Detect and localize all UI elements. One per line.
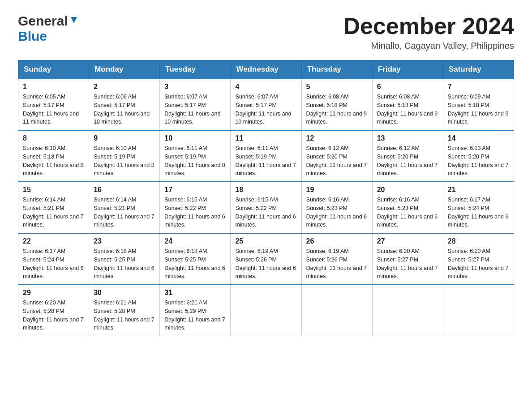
day-info: Sunrise: 6:21 AMSunset: 5:29 PMDaylight:… xyxy=(164,300,225,331)
day-number: 22 xyxy=(23,237,84,245)
location-subtitle: Minallo, Cagayan Valley, Philippines xyxy=(343,41,514,51)
calendar-cell: 19 Sunrise: 6:16 AMSunset: 5:23 PMDaylig… xyxy=(301,182,372,233)
page-header: General Blue December 2024 Minallo, Caga… xyxy=(18,13,514,51)
day-info: Sunrise: 6:11 AMSunset: 5:19 PMDaylight:… xyxy=(164,145,225,176)
day-info: Sunrise: 6:11 AMSunset: 5:19 PMDaylight:… xyxy=(235,145,296,176)
calendar-cell: 11 Sunrise: 6:11 AMSunset: 5:19 PMDaylig… xyxy=(231,130,301,182)
calendar-cell: 20 Sunrise: 6:16 AMSunset: 5:23 PMDaylig… xyxy=(372,182,443,233)
day-info: Sunrise: 6:15 AMSunset: 5:22 PMDaylight:… xyxy=(164,197,225,228)
calendar-cell: 1 Sunrise: 6:05 AMSunset: 5:17 PMDayligh… xyxy=(18,79,89,130)
day-info: Sunrise: 6:14 AMSunset: 5:21 PMDaylight:… xyxy=(23,197,84,228)
calendar-cell: 18 Sunrise: 6:15 AMSunset: 5:22 PMDaylig… xyxy=(231,182,301,233)
day-info: Sunrise: 6:18 AMSunset: 5:25 PMDaylight:… xyxy=(164,248,225,279)
day-number: 20 xyxy=(377,186,438,194)
day-number: 4 xyxy=(235,83,296,91)
weekday-header-wednesday: Wednesday xyxy=(231,60,301,79)
day-number: 21 xyxy=(448,186,509,194)
day-info: Sunrise: 6:16 AMSunset: 5:23 PMDaylight:… xyxy=(377,197,438,228)
day-number: 3 xyxy=(164,83,226,91)
weekday-header-saturday: Saturday xyxy=(443,60,514,79)
logo: General Blue xyxy=(18,13,79,44)
day-number: 2 xyxy=(94,83,155,91)
day-number: 16 xyxy=(94,186,155,194)
title-area: December 2024 Minallo, Cagayan Valley, P… xyxy=(343,13,514,51)
calendar-cell: 9 Sunrise: 6:10 AMSunset: 5:19 PMDayligh… xyxy=(89,130,160,182)
day-number: 26 xyxy=(306,237,368,245)
svg-marker-0 xyxy=(71,17,77,23)
day-number: 18 xyxy=(235,186,296,194)
day-info: Sunrise: 6:07 AMSunset: 5:17 PMDaylight:… xyxy=(235,94,291,125)
day-number: 25 xyxy=(235,237,296,245)
logo-blue-text: Blue xyxy=(18,29,47,43)
day-number: 10 xyxy=(164,134,226,142)
calendar-cell: 13 Sunrise: 6:12 AMSunset: 5:20 PMDaylig… xyxy=(372,130,443,182)
day-info: Sunrise: 6:15 AMSunset: 5:22 PMDaylight:… xyxy=(235,197,296,228)
day-number: 23 xyxy=(94,237,155,245)
calendar-cell: 8 Sunrise: 6:10 AMSunset: 5:18 PMDayligh… xyxy=(18,130,89,182)
day-number: 28 xyxy=(448,237,509,245)
calendar-cell: 23 Sunrise: 6:18 AMSunset: 5:25 PMDaylig… xyxy=(89,233,160,285)
calendar-cell: 5 Sunrise: 6:08 AMSunset: 5:18 PMDayligh… xyxy=(301,79,372,130)
calendar-cell: 7 Sunrise: 6:09 AMSunset: 5:18 PMDayligh… xyxy=(443,79,514,130)
logo-general-text: General xyxy=(18,13,68,29)
day-number: 15 xyxy=(23,186,84,194)
day-number: 8 xyxy=(23,134,84,142)
calendar-cell: 4 Sunrise: 6:07 AMSunset: 5:17 PMDayligh… xyxy=(231,79,301,130)
day-number: 11 xyxy=(235,134,296,142)
day-info: Sunrise: 6:17 AMSunset: 5:24 PMDaylight:… xyxy=(23,248,84,279)
day-info: Sunrise: 6:08 AMSunset: 5:18 PMDaylight:… xyxy=(377,94,438,125)
day-number: 17 xyxy=(164,186,226,194)
calendar-week-row-5: 29 Sunrise: 6:20 AMSunset: 5:28 PMDaylig… xyxy=(18,285,514,336)
day-number: 12 xyxy=(306,134,368,142)
calendar-cell: 27 Sunrise: 6:20 AMSunset: 5:27 PMDaylig… xyxy=(372,233,443,285)
calendar-cell: 29 Sunrise: 6:20 AMSunset: 5:28 PMDaylig… xyxy=(18,285,89,336)
day-info: Sunrise: 6:08 AMSunset: 5:18 PMDaylight:… xyxy=(306,94,367,125)
day-info: Sunrise: 6:13 AMSunset: 5:20 PMDaylight:… xyxy=(448,145,509,176)
weekday-header-row: SundayMondayTuesdayWednesdayThursdayFrid… xyxy=(18,60,514,79)
calendar-cell: 15 Sunrise: 6:14 AMSunset: 5:21 PMDaylig… xyxy=(18,182,89,233)
day-info: Sunrise: 6:10 AMSunset: 5:18 PMDaylight:… xyxy=(23,145,84,176)
day-info: Sunrise: 6:18 AMSunset: 5:25 PMDaylight:… xyxy=(94,248,154,279)
calendar-week-row-1: 1 Sunrise: 6:05 AMSunset: 5:17 PMDayligh… xyxy=(18,79,514,130)
calendar-cell xyxy=(372,285,443,336)
day-info: Sunrise: 6:05 AMSunset: 5:17 PMDaylight:… xyxy=(23,94,79,125)
calendar-cell: 12 Sunrise: 6:12 AMSunset: 5:20 PMDaylig… xyxy=(301,130,372,182)
logo-arrow-icon xyxy=(69,15,79,25)
day-info: Sunrise: 6:12 AMSunset: 5:20 PMDaylight:… xyxy=(306,145,367,176)
calendar-cell: 16 Sunrise: 6:14 AMSunset: 5:21 PMDaylig… xyxy=(89,182,160,233)
day-number: 29 xyxy=(23,289,84,297)
calendar-cell: 17 Sunrise: 6:15 AMSunset: 5:22 PMDaylig… xyxy=(160,182,231,233)
weekday-header-sunday: Sunday xyxy=(18,60,89,79)
day-number: 19 xyxy=(306,186,368,194)
day-info: Sunrise: 6:06 AMSunset: 5:17 PMDaylight:… xyxy=(94,94,150,125)
calendar-cell: 28 Sunrise: 6:20 AMSunset: 5:27 PMDaylig… xyxy=(443,233,514,285)
day-info: Sunrise: 6:20 AMSunset: 5:28 PMDaylight:… xyxy=(23,300,84,331)
day-info: Sunrise: 6:07 AMSunset: 5:17 PMDaylight:… xyxy=(164,94,220,125)
calendar-cell: 2 Sunrise: 6:06 AMSunset: 5:17 PMDayligh… xyxy=(89,79,160,130)
day-number: 1 xyxy=(23,83,84,91)
day-number: 7 xyxy=(448,83,509,91)
calendar-cell: 3 Sunrise: 6:07 AMSunset: 5:17 PMDayligh… xyxy=(160,79,231,130)
weekday-header-monday: Monday xyxy=(89,60,160,79)
logo-first-line: General xyxy=(18,13,79,29)
calendar-cell: 21 Sunrise: 6:17 AMSunset: 5:24 PMDaylig… xyxy=(443,182,514,233)
day-number: 6 xyxy=(377,83,438,91)
calendar-week-row-2: 8 Sunrise: 6:10 AMSunset: 5:18 PMDayligh… xyxy=(18,130,514,182)
calendar-cell xyxy=(231,285,301,336)
calendar-cell: 14 Sunrise: 6:13 AMSunset: 5:20 PMDaylig… xyxy=(443,130,514,182)
weekday-header-tuesday: Tuesday xyxy=(160,60,231,79)
day-info: Sunrise: 6:19 AMSunset: 5:26 PMDaylight:… xyxy=(235,248,296,279)
calendar-cell: 25 Sunrise: 6:19 AMSunset: 5:26 PMDaylig… xyxy=(231,233,301,285)
day-number: 24 xyxy=(164,237,226,245)
day-number: 30 xyxy=(94,289,155,297)
day-info: Sunrise: 6:20 AMSunset: 5:27 PMDaylight:… xyxy=(377,248,438,279)
calendar-cell: 24 Sunrise: 6:18 AMSunset: 5:25 PMDaylig… xyxy=(160,233,231,285)
day-number: 27 xyxy=(377,237,438,245)
month-title: December 2024 xyxy=(343,13,514,39)
day-info: Sunrise: 6:16 AMSunset: 5:23 PMDaylight:… xyxy=(306,197,367,228)
day-info: Sunrise: 6:19 AMSunset: 5:26 PMDaylight:… xyxy=(306,248,367,279)
calendar-cell: 10 Sunrise: 6:11 AMSunset: 5:19 PMDaylig… xyxy=(160,130,231,182)
calendar-cell xyxy=(443,285,514,336)
day-number: 5 xyxy=(306,83,368,91)
calendar-header: SundayMondayTuesdayWednesdayThursdayFrid… xyxy=(18,60,514,79)
